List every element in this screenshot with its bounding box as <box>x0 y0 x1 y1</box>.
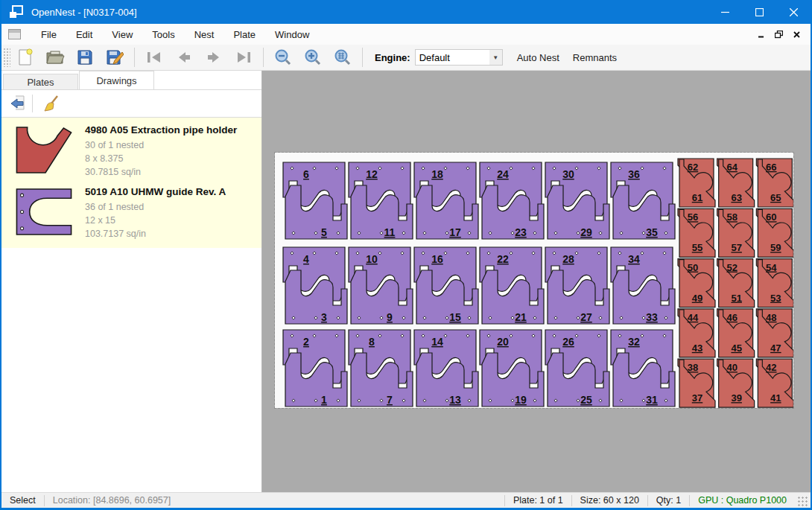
red-part-pair[interactable]: 4847 <box>756 309 793 357</box>
purple-part-pair[interactable]: 43 <box>283 247 347 324</box>
toolbar-grip[interactable] <box>3 48 10 67</box>
menu-item-tools[interactable]: Tools <box>142 26 184 43</box>
new-file-button[interactable] <box>13 47 37 68</box>
purple-part-pair[interactable]: 2827 <box>545 247 609 324</box>
part-number: 65 <box>770 192 781 203</box>
part-number: 64 <box>726 162 738 173</box>
open-file-button[interactable] <box>43 47 67 68</box>
drawing-nested-count: 30 of 1 nested <box>85 138 237 152</box>
drawing-area: 30.7815 sq/in <box>85 165 237 179</box>
last-plate-button[interactable] <box>232 47 256 68</box>
save-button[interactable] <box>73 47 97 68</box>
red-part-pair[interactable]: 5453 <box>756 259 793 307</box>
purple-part-pair[interactable]: 2625 <box>545 330 609 407</box>
red-part-pair[interactable]: 6463 <box>717 159 755 207</box>
save-as-button[interactable] <box>103 47 127 68</box>
part-number: 61 <box>692 192 702 203</box>
mdi-close-button[interactable] <box>788 27 805 42</box>
nest-canvas[interactable]: 6512111817242330293635431091615222128273… <box>262 71 811 492</box>
zoom-in-icon <box>304 48 322 66</box>
drawing-nested-count: 36 of 1 nested <box>85 200 226 214</box>
red-part-pair[interactable]: 6059 <box>756 208 793 257</box>
part-number: 18 <box>431 168 443 180</box>
menu-item-plate[interactable]: Plate <box>223 26 265 43</box>
red-part-pair[interactable]: 4039 <box>717 359 755 407</box>
part-number: 8 <box>369 336 375 348</box>
red-part-pair[interactable]: 5857 <box>717 208 755 257</box>
menu-item-view[interactable]: View <box>102 26 142 43</box>
mdi-minimize-button[interactable] <box>752 27 769 42</box>
part-number: 20 <box>497 336 509 348</box>
zoom-in-button[interactable] <box>301 47 325 68</box>
menu-item-file[interactable]: File <box>31 26 66 43</box>
maximize-button[interactable] <box>742 0 776 24</box>
purple-part-pair[interactable]: 3029 <box>545 162 609 239</box>
purple-part-pair[interactable]: 3231 <box>611 330 675 407</box>
purple-part-pair[interactable]: 65 <box>283 162 347 239</box>
red-part-pair[interactable]: 5655 <box>678 208 715 257</box>
clear-button[interactable] <box>41 92 63 115</box>
previous-plate-button[interactable] <box>172 47 196 68</box>
red-part-pair[interactable]: 4645 <box>717 309 755 357</box>
menu-item-edit[interactable]: Edit <box>66 26 102 43</box>
red-part-pair[interactable]: 4443 <box>678 309 715 357</box>
purple-part-pair[interactable]: 2221 <box>480 247 544 324</box>
next-arrow-icon <box>205 51 223 64</box>
mdi-restore-button[interactable] <box>770 27 787 42</box>
part-number: 53 <box>770 293 781 304</box>
window-title: OpenNest - [N0317-004] <box>31 7 708 18</box>
first-arrow-icon <box>145 51 163 64</box>
purple-part-pair[interactable]: 2423 <box>480 162 544 239</box>
drawing-list-item[interactable]: 5019 A10 UHMW guide Rev. A36 of 1 nested… <box>1 182 261 243</box>
panel-tabs: Plates Drawings <box>1 71 261 89</box>
auto-nest-button[interactable]: Auto Nest <box>510 48 566 67</box>
mdi-document-icon[interactable] <box>8 29 21 39</box>
part-number: 21 <box>515 311 527 323</box>
close-button[interactable] <box>776 0 811 24</box>
purple-part-pair[interactable]: 109 <box>349 247 413 324</box>
part-number: 35 <box>646 226 658 238</box>
red-part-pair[interactable]: 5049 <box>678 259 715 307</box>
minimize-button[interactable] <box>708 0 742 24</box>
part-number: 45 <box>731 342 741 354</box>
tab-plates[interactable]: Plates <box>3 74 78 89</box>
tab-drawings[interactable]: Drawings <box>79 71 154 89</box>
part-number: 29 <box>580 226 592 238</box>
drawing-area: 103.7137 sq/in <box>85 227 226 240</box>
purple-part-pair[interactable]: 1211 <box>349 162 413 239</box>
menu-item-window[interactable]: Window <box>265 26 319 43</box>
next-plate-button[interactable] <box>202 47 226 68</box>
purple-part-pair[interactable]: 21 <box>283 330 347 407</box>
red-part-pair[interactable]: 4241 <box>756 359 793 407</box>
resize-grip[interactable] <box>798 497 808 507</box>
drawings-list: 4980 A05 Extraction pipe holder30 of 1 n… <box>1 118 261 248</box>
red-part-pair[interactable]: 3837 <box>678 359 715 407</box>
red-part-pair[interactable]: 6665 <box>756 159 793 207</box>
toolbar-separator <box>32 95 33 112</box>
part-number: 51 <box>731 293 741 304</box>
purple-part-pair[interactable]: 1817 <box>414 162 478 239</box>
purple-part-pair[interactable]: 3433 <box>611 247 675 324</box>
status-qty: Qty: 1 <box>648 495 689 506</box>
menu-item-nest[interactable]: Nest <box>185 26 224 43</box>
zoom-fit-button[interactable] <box>331 47 355 68</box>
purple-part-pair[interactable]: 87 <box>349 330 413 407</box>
drawing-list-item[interactable]: 4980 A05 Extraction pipe holder30 of 1 n… <box>1 120 261 182</box>
zoom-out-icon <box>274 48 292 66</box>
remnants-button[interactable]: Remnants <box>566 48 624 67</box>
red-part-pair[interactable]: 6261 <box>678 159 715 207</box>
part-number: 40 <box>726 362 737 373</box>
purple-part-pair[interactable]: 1413 <box>414 330 478 407</box>
purple-part-pair[interactable]: 2019 <box>480 330 544 407</box>
purple-part-pair[interactable]: 3635 <box>611 162 675 239</box>
first-plate-button[interactable] <box>142 47 166 68</box>
zoom-out-button[interactable] <box>271 47 295 68</box>
purple-part-pair[interactable]: 1615 <box>414 247 478 324</box>
return-button[interactable] <box>6 92 28 115</box>
red-part-pair[interactable]: 5251 <box>717 259 755 307</box>
plate[interactable]: 6512111817242330293635431091615222128273… <box>275 153 793 408</box>
part-number: 41 <box>770 392 781 404</box>
engine-combobox[interactable]: Default ▼ <box>415 49 503 66</box>
chevron-down-icon[interactable]: ▼ <box>489 50 502 65</box>
mdi-close-icon <box>793 31 800 38</box>
